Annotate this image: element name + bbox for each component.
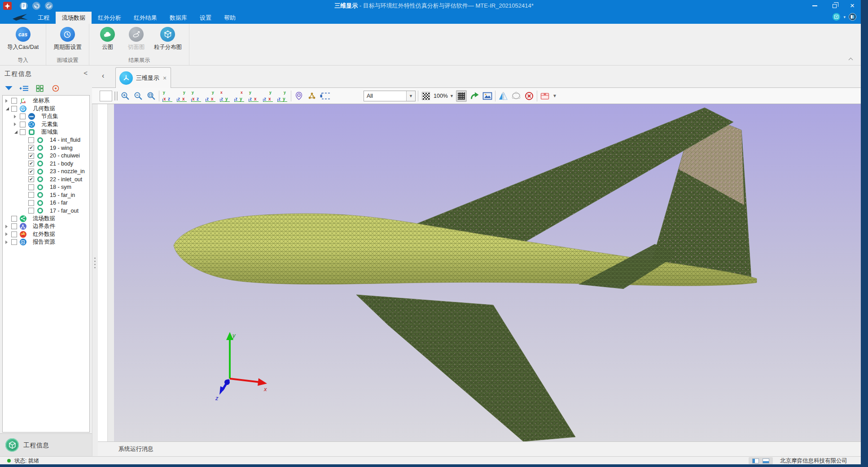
probe-pin-icon[interactable]: [294, 90, 304, 102]
tree-item[interactable]: 报告资源: [3, 238, 89, 246]
collapse-ribbon-icon[interactable]: [849, 57, 853, 61]
tree-item[interactable]: 红外数据: [3, 231, 89, 239]
view-bottom-icon[interactable]: xzy: [233, 90, 245, 102]
layout-bottom-icon[interactable]: [763, 458, 769, 463]
tree-expander-icon[interactable]: [4, 240, 10, 244]
filter-icon[interactable]: [4, 83, 13, 93]
dropdown-caret-icon[interactable]: ▾: [843, 15, 846, 19]
tree-checkbox[interactable]: [11, 216, 17, 222]
tree-item[interactable]: ✔19 - wing: [3, 144, 89, 152]
tree-item[interactable]: 15 - far_in: [3, 191, 89, 199]
tree-item[interactable]: 几何数据: [3, 105, 89, 113]
help-book-icon[interactable]: [849, 13, 856, 21]
menu-item-5[interactable]: 数据库: [163, 12, 193, 24]
display-filter-combobox[interactable]: All▼: [364, 91, 416, 101]
tree-checkbox[interactable]: ✔: [28, 161, 34, 166]
ribbon-button-周期面设置[interactable]: 周期面设置: [51, 26, 84, 57]
menu-item-6[interactable]: 设置: [193, 12, 218, 24]
tree-checkbox[interactable]: [28, 200, 34, 206]
restore-button[interactable]: [827, 0, 842, 12]
tree-item[interactable]: 14 - int_fluid: [3, 136, 89, 144]
cancel-icon[interactable]: [524, 90, 535, 102]
close-button[interactable]: ×: [845, 0, 860, 12]
tree-checkbox[interactable]: ✔: [28, 176, 34, 182]
particle-trace-icon[interactable]: [307, 90, 317, 102]
viewport-3d[interactable]: y x z: [92, 104, 861, 441]
tree-checkbox[interactable]: [28, 208, 34, 214]
view-iso-top-icon[interactable]: yzy: [276, 90, 289, 102]
tree-checkbox[interactable]: [11, 223, 17, 229]
tree-checkbox[interactable]: [20, 129, 26, 135]
tree-checkbox[interactable]: [28, 184, 34, 190]
zoom-in-icon[interactable]: [120, 90, 131, 102]
export-arrow-icon[interactable]: [469, 90, 480, 102]
box-select-icon[interactable]: [320, 90, 330, 102]
panel-collapse-icon[interactable]: <: [83, 69, 88, 77]
tree-item[interactable]: 18 - sym: [3, 183, 89, 192]
tree-item[interactable]: 边界条件: [3, 223, 89, 231]
minimize-button[interactable]: [807, 0, 822, 12]
window-layout-icon[interactable]: [833, 13, 840, 21]
tree-checkbox[interactable]: ✔: [28, 145, 34, 151]
tree-item[interactable]: Yzx坐标系: [3, 97, 89, 105]
menu-item-4[interactable]: 红外结果: [127, 12, 163, 24]
zoom-out-icon[interactable]: [133, 90, 144, 102]
menu-item-2[interactable]: 流场数据: [56, 12, 92, 24]
mesh-toggle-icon[interactable]: [456, 90, 467, 102]
view-top-icon[interactable]: xzy: [219, 90, 231, 102]
tree-item[interactable]: ✔21 - body: [3, 160, 89, 168]
view-iso-back-icon[interactable]: yzx: [262, 90, 274, 102]
tree-expander-icon[interactable]: [4, 99, 10, 103]
tree-expander-icon[interactable]: [4, 232, 10, 236]
tree-item[interactable]: ✔23 - nozzle_in: [3, 168, 89, 176]
tree-expander-icon[interactable]: [13, 114, 18, 119]
tree-checkbox[interactable]: ✔: [28, 153, 34, 159]
combo-dropdown-icon[interactable]: ▼: [406, 91, 415, 101]
menu-item-3[interactable]: 红外分析: [92, 12, 127, 24]
zoom-fit-icon[interactable]: [146, 90, 157, 102]
tree-expander-icon[interactable]: [13, 122, 18, 127]
snapshot-icon[interactable]: [482, 90, 493, 102]
layout-left-icon[interactable]: [752, 458, 759, 463]
tree-checkbox[interactable]: [28, 137, 34, 143]
tree-checkbox[interactable]: [11, 98, 17, 104]
locate-target-icon[interactable]: [51, 83, 61, 93]
project-panel-footer[interactable]: 工程信息: [0, 433, 92, 456]
zoom-level-dropdown[interactable]: 100%▼: [434, 93, 454, 99]
ribbon-button-云图[interactable]: 云图: [94, 26, 122, 57]
tree-checkbox[interactable]: [11, 239, 17, 245]
tree-item[interactable]: 17 - far_out: [3, 207, 89, 215]
menu-item-1[interactable]: 工程: [31, 12, 56, 24]
toolbar-grip[interactable]: [114, 92, 118, 100]
tree-item[interactable]: 16 - far: [3, 199, 89, 207]
lasso-icon[interactable]: [511, 90, 522, 102]
background-swatch[interactable]: [100, 91, 112, 101]
tree-checkbox[interactable]: [11, 231, 17, 237]
view-iso-front-icon[interactable]: yzx: [248, 90, 260, 102]
tab-scroll-left-icon[interactable]: ‹: [102, 72, 104, 80]
viewport-left-splitter[interactable]: [108, 104, 114, 441]
transparency-icon[interactable]: [421, 90, 431, 102]
view-right-icon[interactable]: yzx: [205, 90, 217, 102]
tree-item[interactable]: 流场数据: [3, 215, 89, 223]
save-view-icon[interactable]: [539, 90, 550, 102]
tree-item[interactable]: ✔22 - inlet_out: [3, 175, 89, 183]
mirror-icon[interactable]: [498, 90, 509, 102]
tree-checkbox[interactable]: [20, 113, 26, 119]
tree-checkbox[interactable]: [28, 192, 34, 198]
view-front-icon[interactable]: yxz: [162, 90, 174, 102]
tab-close-icon[interactable]: ×: [163, 74, 167, 82]
tree-item[interactable]: ✔20 - chuiwei: [3, 152, 89, 160]
ribbon-button-粒子分布图[interactable]: 粒子分布图: [151, 26, 185, 57]
tree-expander-icon[interactable]: [4, 224, 10, 229]
tree-item[interactable]: 元素集: [3, 121, 89, 129]
view-back-icon[interactable]: yzx: [176, 90, 188, 102]
scene-canvas[interactable]: y x z: [114, 104, 861, 441]
tree-expander-icon[interactable]: [13, 130, 18, 135]
tree-checkbox[interactable]: [11, 106, 17, 112]
tree-item[interactable]: 面域集: [3, 128, 89, 136]
tree-expander-icon[interactable]: [4, 106, 10, 111]
tree-checkbox[interactable]: [20, 122, 26, 127]
grid-view-icon[interactable]: [35, 83, 45, 93]
tree-item[interactable]: 节点集: [3, 113, 89, 121]
